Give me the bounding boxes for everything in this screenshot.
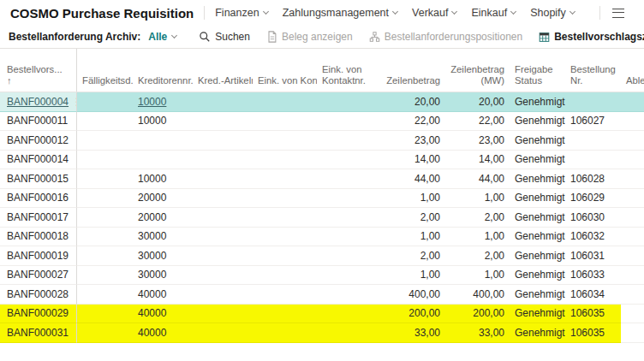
cell-ablehn[interactable]: [621, 323, 644, 343]
cell-zeilenbetrag[interactable]: 2,00: [377, 246, 445, 266]
cell-eink_von_kontaktnr[interactable]: [317, 151, 377, 170]
cell-zeilenbetrag[interactable]: 22,00: [377, 112, 445, 132]
cell-eink_von_kontaktnr[interactable]: [317, 266, 377, 286]
column-header-zeilenbetrag_mw[interactable]: Zeilenbetrag(MW): [445, 49, 510, 92]
cell-zeilenbetrag_mw[interactable]: 33,00: [445, 323, 510, 343]
cell-bestellung_nr[interactable]: 106031: [565, 246, 621, 266]
cell-kreditorennr[interactable]: 10000: [133, 112, 193, 132]
cell-ablehn[interactable]: [621, 246, 644, 266]
cell-bestellung_nr[interactable]: 106030: [565, 208, 621, 228]
cell-bestellvors[interactable]: BANF000012: [0, 131, 77, 151]
cell-eink_von_kontaktnr[interactable]: [317, 285, 377, 305]
table-row[interactable]: BANF000018300001,001,00Genehmigt106032: [0, 228, 644, 247]
cell-faelligkeitsd[interactable]: [77, 92, 133, 112]
cell-kred_artikelnr[interactable]: [193, 169, 253, 189]
cell-kred_artikelnr[interactable]: [193, 305, 253, 324]
cell-eink_von_kontakt[interactable]: [253, 323, 317, 343]
cell-ablehn[interactable]: [621, 151, 644, 170]
cell-kred_artikelnr[interactable]: [193, 131, 253, 151]
cell-kreditorennr[interactable]: 10000: [133, 92, 193, 112]
cell-zeilenbetrag_mw[interactable]: 44,00: [445, 169, 510, 189]
cell-kreditorennr[interactable]: 20000: [133, 208, 193, 228]
cell-zeilenbetrag_mw[interactable]: 14,00: [445, 151, 510, 170]
nav-item-zahlungsmanagement[interactable]: Zahlungsmanagement: [283, 7, 397, 19]
cell-zeilenbetrag_mw[interactable]: 23,00: [445, 131, 510, 151]
cell-eink_von_kontaktnr[interactable]: [317, 92, 377, 112]
cell-eink_von_kontaktnr[interactable]: [317, 131, 377, 151]
cell-zeilenbetrag_mw[interactable]: 400,00: [445, 285, 510, 305]
nav-item-verkauf[interactable]: Verkauf: [412, 7, 456, 19]
cell-faelligkeitsd[interactable]: [77, 131, 133, 151]
action-suchen[interactable]: Suchen: [199, 31, 250, 43]
cell-zeilenbetrag[interactable]: 44,00: [377, 169, 445, 189]
cell-kred_artikelnr[interactable]: [193, 189, 253, 209]
cell-kreditorennr[interactable]: 30000: [133, 246, 193, 266]
cell-zeilenbetrag[interactable]: 400,00: [377, 285, 445, 305]
column-header-faelligkeitsd[interactable]: Fälligkeitsd...: [77, 49, 133, 92]
cell-ablehn[interactable]: [621, 266, 644, 286]
table-row[interactable]: BANF0000314000033,0033,00Genehmigt106035: [0, 323, 644, 343]
cell-kreditorennr[interactable]: 20000: [133, 189, 193, 209]
cell-ablehn[interactable]: [621, 169, 644, 189]
cell-faelligkeitsd[interactable]: [77, 305, 133, 324]
requisition-link[interactable]: BANF000004: [7, 96, 69, 108]
cell-eink_von_kontakt[interactable]: [253, 285, 317, 305]
table-row[interactable]: BANF00002840000400,00400,00Genehmigt1060…: [0, 285, 644, 305]
cell-freigabe_status[interactable]: Genehmigt: [510, 266, 565, 286]
cell-ablehn[interactable]: [621, 112, 644, 132]
cell-freigabe_status[interactable]: Genehmigt: [510, 285, 565, 305]
cell-zeilenbetrag[interactable]: 200,00: [377, 305, 445, 324]
cell-bestellvors[interactable]: BANF000031: [0, 323, 77, 343]
cell-kred_artikelnr[interactable]: [193, 151, 253, 170]
cell-bestellung_nr[interactable]: 106035: [565, 323, 621, 343]
cell-freigabe_status[interactable]: Genehmigt: [510, 131, 565, 151]
cell-kreditorennr[interactable]: [133, 151, 193, 170]
column-header-eink_von_kontakt[interactable]: Eink. von Kontakt: [253, 49, 317, 92]
table-row[interactable]: BANF00001414,0014,00Genehmigt: [0, 151, 644, 170]
column-header-eink_von_kontaktnr[interactable]: Eink. vonKontaktnr.: [317, 49, 377, 92]
cell-eink_von_kontakt[interactable]: [253, 208, 317, 228]
archive-filter-dropdown[interactable]: Alle: [148, 31, 176, 43]
cell-bestellvors[interactable]: BANF000027: [0, 266, 77, 286]
nav-item-einkauf[interactable]: Einkauf: [471, 7, 516, 19]
cell-eink_von_kontaktnr[interactable]: [317, 189, 377, 209]
cell-eink_von_kontaktnr[interactable]: [317, 208, 377, 228]
cell-zeilenbetrag[interactable]: 1,00: [377, 189, 445, 209]
cell-bestellvors[interactable]: BANF000017: [0, 208, 77, 228]
cell-bestellvors[interactable]: BANF000016: [0, 189, 77, 209]
cell-freigabe_status[interactable]: Genehmigt: [510, 151, 565, 170]
cell-bestellvors[interactable]: BANF000014: [0, 151, 77, 170]
cell-faelligkeitsd[interactable]: [77, 151, 133, 170]
cell-bestellvors[interactable]: BANF000029: [0, 305, 77, 324]
cell-ablehn[interactable]: [621, 285, 644, 305]
cell-zeilenbetrag[interactable]: 23,00: [377, 131, 445, 151]
cell-eink_von_kontakt[interactable]: [253, 92, 317, 112]
cell-eink_von_kontakt[interactable]: [253, 305, 317, 324]
column-header-kred_artikelnr[interactable]: Kred.-Artikelnr.: [193, 49, 253, 92]
cell-zeilenbetrag[interactable]: 20,00: [377, 92, 445, 112]
cell-kred_artikelnr[interactable]: [193, 246, 253, 266]
cell-zeilenbetrag_mw[interactable]: 200,00: [445, 305, 510, 324]
cell-faelligkeitsd[interactable]: [77, 266, 133, 286]
cell-ablehn[interactable]: [621, 189, 644, 209]
cell-kreditorennr[interactable]: 10000: [133, 169, 193, 189]
cell-eink_von_kontaktnr[interactable]: [317, 228, 377, 247]
cell-freigabe_status[interactable]: Genehmigt: [510, 92, 565, 112]
cell-bestellung_nr[interactable]: 106028: [565, 169, 621, 189]
column-header-kreditorennr[interactable]: Kreditorennr.: [133, 49, 193, 92]
cell-zeilenbetrag_mw[interactable]: 2,00: [445, 246, 510, 266]
cell-faelligkeitsd[interactable]: [77, 285, 133, 305]
table-row[interactable]: BANF0000151000044,0044,00Genehmigt106028: [0, 169, 644, 189]
nav-item-finanzen[interactable]: Finanzen: [215, 7, 267, 19]
cell-eink_von_kontaktnr[interactable]: [317, 169, 377, 189]
cell-faelligkeitsd[interactable]: [77, 189, 133, 209]
cell-bestellvors[interactable]: BANF000015: [0, 169, 77, 189]
cell-freigabe_status[interactable]: Genehmigt: [510, 228, 565, 247]
cell-eink_von_kontaktnr[interactable]: [317, 323, 377, 343]
cell-kreditorennr[interactable]: 30000: [133, 266, 193, 286]
action-bestellvorschlagszeilen[interactable]: Bestellvorschlagszeilen: [539, 31, 644, 43]
cell-eink_von_kontaktnr[interactable]: [317, 246, 377, 266]
cell-freigabe_status[interactable]: Genehmigt: [510, 246, 565, 266]
cell-bestellung_nr[interactable]: [565, 92, 621, 112]
cell-eink_von_kontakt[interactable]: [253, 112, 317, 132]
